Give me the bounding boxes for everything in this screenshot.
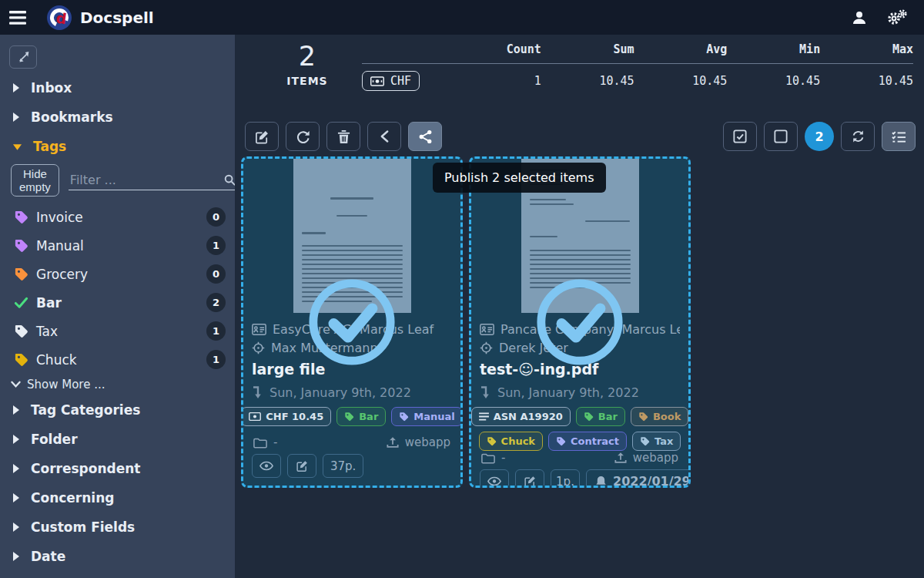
address-card-icon — [480, 324, 494, 335]
tag-count-badge: 2 — [206, 293, 226, 312]
caret-down-icon — [12, 143, 22, 151]
list-check-icon — [892, 130, 906, 143]
source-value: webapp — [633, 451, 678, 465]
user-icon[interactable] — [852, 10, 867, 25]
redo-icon — [296, 129, 310, 144]
stat-max: 10.45 — [820, 74, 913, 88]
hide-empty-button[interactable]: Hide empty — [11, 164, 59, 197]
tag-icon — [14, 267, 28, 281]
tag-badge-book[interactable]: Book — [631, 407, 688, 426]
tag-icon — [344, 412, 354, 422]
settings-gears-icon[interactable] — [887, 9, 907, 26]
correspondent-text: Pancake Company, Marcus Leaf — [500, 322, 680, 337]
tag-filter-input[interactable] — [70, 173, 224, 187]
sidebar-section-label: Tags — [33, 139, 66, 154]
trash-icon — [337, 129, 350, 144]
select-all-button[interactable] — [723, 122, 757, 151]
preview-button[interactable] — [480, 469, 509, 488]
edit-item-button[interactable] — [515, 469, 544, 488]
document-preview — [243, 159, 460, 313]
publish-selected-button[interactable] — [408, 122, 442, 151]
tag-badge-bar[interactable]: Bar — [576, 407, 625, 426]
stats-header-row: Count Sum Avg Min Max — [362, 42, 913, 64]
tag-row-chuck[interactable]: Chuck 1 — [0, 345, 235, 374]
expand-arrows-icon — [18, 52, 29, 63]
tag-row-invoice[interactable]: Invoice 0 — [0, 203, 235, 231]
money-bill-icon — [370, 76, 384, 86]
caret-right-icon — [12, 463, 20, 474]
sidebar-item-label: Concerning — [31, 490, 114, 506]
tag-row-bar-selected[interactable]: Bar 2 — [0, 288, 235, 317]
tag-badge-tax[interactable]: Tax — [632, 432, 681, 451]
correspondent-text: EasyCare AG, Marcus Leaf — [273, 322, 434, 337]
tag-badge-chuck[interactable]: Chuck — [479, 432, 543, 451]
due-date-badge: 2022/01/29 — [586, 469, 691, 488]
sidebar-item-custom-fields[interactable]: Custom Fields — [0, 512, 235, 542]
item-count-label: ITEMS — [280, 75, 335, 87]
currency-label: CHF — [390, 74, 411, 88]
docspell-logo-icon[interactable]: d — [46, 5, 72, 31]
top-navbar: d Docspell — [0, 0, 924, 35]
sidebar-item-folder[interactable]: Folder — [0, 425, 235, 454]
folder-value: - — [501, 451, 505, 465]
square-icon — [774, 129, 788, 143]
sidebar-item-date[interactable]: Date — [0, 542, 235, 571]
card-actions: 1p. 2022/01/29 — [471, 469, 688, 488]
amount-badge[interactable]: CHF 10.45 — [241, 407, 331, 426]
sidebar-item-correspondent[interactable]: Correspondent — [0, 454, 235, 483]
badge-label: Chuck — [501, 435, 535, 447]
tag-badge-bar[interactable]: Bar — [336, 407, 386, 426]
eye-icon — [259, 461, 273, 471]
sidebar-item-tags[interactable]: Tags — [0, 132, 235, 161]
sidebar-item-inbox[interactable]: Inbox — [0, 73, 235, 102]
eye-icon — [487, 476, 501, 486]
badge-label: Contract — [571, 435, 619, 447]
item-card-large-file[interactable]: EasyCare AG, Marcus Leaf Max Mustermann … — [241, 156, 463, 488]
caret-right-icon — [12, 82, 20, 93]
item-card-test-ing-pdf[interactable]: Pancake Company, Marcus Leaf Derek Jeter… — [469, 156, 691, 488]
merge-items-button[interactable] — [367, 122, 401, 151]
sidebar-item-concerning[interactable]: Concerning — [0, 483, 235, 512]
sidebar-item-tag-categories[interactable]: Tag Categories — [0, 395, 235, 425]
stats-col-min: Min — [727, 42, 820, 56]
sidebar-item-due-date[interactable]: Due Date — [0, 571, 235, 578]
share-icon — [418, 129, 433, 144]
sidebar-item-bookmarks[interactable]: Bookmarks — [0, 102, 235, 132]
tag-icon — [14, 352, 28, 367]
caret-right-icon — [12, 522, 20, 533]
preview-button[interactable] — [252, 454, 281, 478]
tag-row-manual[interactable]: Manual 1 — [0, 231, 235, 260]
stats-col-count: Count — [448, 42, 541, 56]
tag-icon — [487, 436, 497, 446]
sidebar-item-label: Date — [31, 549, 65, 564]
tag-row-grocery[interactable]: Grocery 0 — [0, 260, 235, 288]
tag-name: Bar — [36, 295, 62, 311]
view-mode-button[interactable] — [882, 122, 916, 151]
tag-count-badge: 0 — [206, 207, 226, 227]
restore-button[interactable] — [286, 122, 320, 151]
edit-selected-button[interactable] — [245, 122, 279, 151]
asn-badge[interactable]: ASN A19920 — [471, 407, 571, 426]
invert-selection-button[interactable] — [841, 122, 875, 151]
selected-count-badge[interactable]: 2 — [805, 122, 834, 151]
main-content: 2 ITEMS Count Sum Avg Min Max CHF 1 10.4… — [235, 35, 924, 578]
show-more-link[interactable]: Show More ... — [0, 374, 235, 395]
card-info: EasyCare AG, Marcus Leaf Max Mustermann … — [243, 313, 460, 454]
crosshair-icon — [252, 341, 265, 355]
check-icon — [14, 295, 28, 310]
app-title: Docspell — [80, 8, 154, 27]
expand-sidebar-button[interactable] — [9, 45, 37, 69]
tag-row-tax[interactable]: Tax 1 — [0, 317, 235, 345]
tag-badge-manual[interactable]: Manual — [391, 407, 462, 426]
delete-selected-button[interactable] — [326, 122, 360, 151]
tag-badge-contract[interactable]: Contract — [548, 432, 627, 451]
tag-icon — [399, 412, 409, 422]
menu-icon[interactable] — [0, 11, 35, 25]
tag-icon — [638, 412, 648, 422]
stat-sum: 10.45 — [541, 74, 634, 88]
edit-item-button[interactable] — [287, 454, 316, 478]
amount-stats-table: Count Sum Avg Min Max CHF 1 10.45 10.45 … — [362, 42, 913, 91]
deselect-all-button[interactable] — [764, 122, 798, 151]
folder-icon — [481, 452, 495, 464]
sidebar-item-label: Custom Fields — [31, 519, 135, 535]
